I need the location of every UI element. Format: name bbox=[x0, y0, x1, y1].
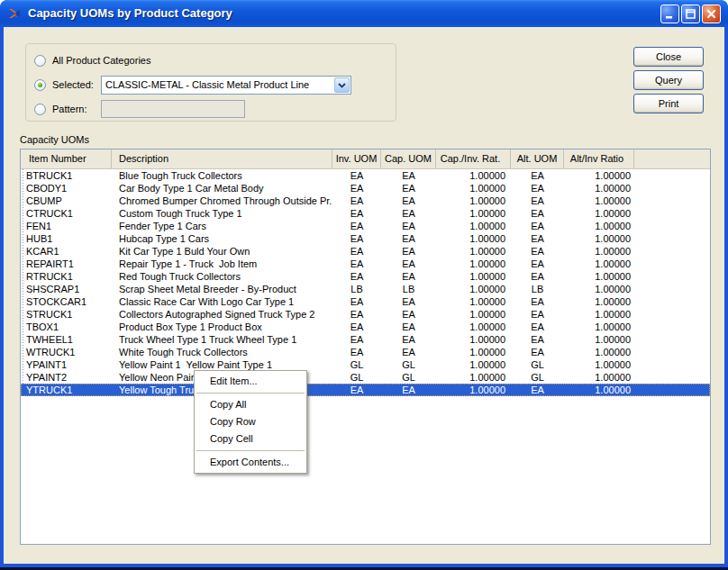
cell: Repair Type 1 - Truck Job Item bbox=[112, 258, 332, 270]
cell: 1.00000 bbox=[436, 308, 511, 321]
cell: EA bbox=[511, 295, 564, 308]
window-title: Capacity UOMs by Product Category bbox=[28, 6, 232, 20]
cell: 1.00000 bbox=[436, 207, 511, 220]
cell: 1.00000 bbox=[564, 169, 634, 182]
cell: 1.00000 bbox=[564, 346, 634, 358]
cell: 1.00000 bbox=[564, 283, 634, 295]
maximize-button[interactable] bbox=[681, 5, 700, 23]
table-row[interactable]: YPAINT1Yellow Paint 1 Yellow Paint Type … bbox=[21, 358, 710, 371]
cell: Kit Car Type 1 Buld Your Own bbox=[112, 245, 332, 258]
cell: EA bbox=[332, 270, 381, 283]
cell: 1.00000 bbox=[564, 195, 634, 207]
query-button[interactable]: Query bbox=[633, 70, 704, 90]
cell: RTRUCK1 bbox=[21, 270, 112, 283]
menu-item-copy-cell[interactable]: Copy Cell bbox=[195, 430, 306, 448]
radio-selected[interactable] bbox=[34, 79, 46, 91]
cell: EA bbox=[511, 333, 564, 346]
pattern-input[interactable] bbox=[101, 100, 245, 118]
cell: KCAR1 bbox=[21, 245, 112, 258]
table-row[interactable]: FEN1Fender Type 1 CarsEAEA1.00000EA1.000… bbox=[21, 220, 710, 232]
column-header-item-number[interactable]: Item Number bbox=[21, 149, 112, 168]
cell: EA bbox=[332, 232, 381, 245]
table-row[interactable]: YTRUCK1Yellow Tough Truck CollectorsEAEA… bbox=[21, 384, 710, 396]
cell: YPAINT2 bbox=[21, 371, 112, 384]
table-row[interactable]: REPAIRT1Repair Type 1 - Truck Job ItemEA… bbox=[21, 258, 710, 270]
table-row[interactable]: TBOX1Product Box Type 1 Product BoxEAEA1… bbox=[21, 321, 710, 333]
cell: EA bbox=[332, 245, 381, 258]
cell: EA bbox=[381, 258, 436, 270]
radio-pattern[interactable] bbox=[34, 104, 46, 115]
cell: YTRUCK1 bbox=[21, 384, 112, 396]
column-header-cap-inv-rat[interactable]: Cap./Inv. Rat. bbox=[436, 149, 511, 168]
dialog-window: Capacity UOMs by Product Category All Pr… bbox=[0, 0, 728, 570]
column-header-cap-uom[interactable]: Cap. UOM bbox=[381, 149, 436, 168]
cell: EA bbox=[511, 258, 564, 270]
table-row[interactable]: SHSCRAP1Scrap Sheet Metal Breeder - By-P… bbox=[21, 283, 710, 295]
cell: SHSCRAP1 bbox=[21, 283, 112, 295]
table-row[interactable]: CTRUCK1Custom Tough Truck Type 1EAEA1.00… bbox=[21, 207, 710, 220]
cell: GL bbox=[511, 358, 564, 371]
radio-pattern-label: Pattern: bbox=[52, 104, 87, 114]
cell: 1.00000 bbox=[436, 220, 511, 232]
cell: LB bbox=[381, 283, 436, 295]
table-row[interactable]: STOCKCAR1Classic Race Car With Logo Car … bbox=[21, 295, 710, 308]
table-row[interactable]: YPAINT2Yellow Neon PaintGLGL1.00000GL1.0… bbox=[21, 371, 710, 384]
cell: 1.00000 bbox=[436, 283, 511, 295]
column-header-alt-inv-ratio[interactable]: Alt/Inv Ratio bbox=[564, 149, 634, 168]
cell: EA bbox=[332, 207, 381, 220]
table-row[interactable]: HUB1Hubcap Type 1 CarsEAEA1.00000EA1.000… bbox=[21, 232, 710, 245]
cell: EA bbox=[332, 321, 381, 333]
cell: LB bbox=[332, 283, 381, 295]
cell: FEN1 bbox=[21, 220, 112, 232]
cell: 1.00000 bbox=[564, 308, 634, 321]
column-header-inv-uom[interactable]: Inv. UOM bbox=[332, 149, 381, 168]
table-row[interactable]: WTRUCK1White Tough Truck CollectorsEAEA1… bbox=[21, 346, 710, 358]
cell: EA bbox=[511, 308, 564, 321]
menu-item-edit-item[interactable]: Edit Item... bbox=[195, 373, 306, 390]
category-select[interactable]: CLASSIC-METAL - Classic Metal Product Li… bbox=[101, 76, 351, 95]
print-button[interactable]: Print bbox=[633, 94, 704, 113]
table-row[interactable]: BTRUCK1Blue Tough Truck CollectorsEAEA1.… bbox=[21, 169, 710, 182]
table-row[interactable]: TWHEEL1Truck Wheel Type 1 Truck Wheel Ty… bbox=[21, 333, 710, 346]
cell-filler bbox=[634, 308, 710, 321]
menu-item-copy-row[interactable]: Copy Row bbox=[195, 413, 306, 430]
table-row[interactable]: CBODY1Car Body Type 1 Car Metal BodyEAEA… bbox=[21, 182, 710, 195]
menu-separator bbox=[196, 450, 305, 451]
cell: EA bbox=[381, 321, 436, 333]
cell-filler bbox=[634, 195, 710, 207]
cell: EA bbox=[381, 232, 436, 245]
close-icon-button[interactable] bbox=[702, 5, 721, 23]
menu-item-export-contents[interactable]: Export Contents... bbox=[195, 454, 306, 471]
table-row[interactable]: CBUMPChromed Bumper Chromed Through Outs… bbox=[21, 195, 710, 207]
cell-filler bbox=[634, 220, 710, 232]
dropdown-button[interactable] bbox=[334, 77, 350, 93]
dialog-close-button[interactable]: Close bbox=[633, 47, 704, 67]
cell-filler bbox=[634, 346, 710, 358]
radio-all-label: All Product Categories bbox=[52, 55, 150, 66]
cell: CTRUCK1 bbox=[21, 207, 112, 220]
cell: GL bbox=[511, 371, 564, 384]
cell-filler bbox=[634, 232, 710, 245]
table-row[interactable]: KCAR1Kit Car Type 1 Buld Your OwnEAEA1.0… bbox=[21, 245, 710, 258]
cell: 1.00000 bbox=[564, 232, 634, 245]
column-header-alt-uom[interactable]: Alt. UOM bbox=[511, 149, 564, 168]
table-row[interactable]: STRUCK1Collectors Autographed Signed Tru… bbox=[21, 308, 710, 321]
cell: EA bbox=[332, 182, 381, 195]
minimize-button[interactable] bbox=[660, 5, 679, 23]
cell: EA bbox=[511, 270, 564, 283]
cell: EA bbox=[381, 169, 436, 182]
column-header-description[interactable]: Description bbox=[112, 149, 332, 168]
cell-filler bbox=[634, 270, 710, 283]
cell: CBUMP bbox=[21, 195, 112, 207]
table-row[interactable]: RTRUCK1Red Tough Truck CollectorsEAEA1.0… bbox=[21, 270, 710, 283]
cell: Truck Wheel Type 1 Truck Wheel Type 1 bbox=[112, 333, 332, 346]
cell: Yellow Paint 1 Yellow Paint Type 1 bbox=[112, 358, 332, 371]
cell: Blue Tough Truck Collectors bbox=[112, 169, 332, 182]
cell: HUB1 bbox=[21, 232, 112, 245]
menu-item-copy-all[interactable]: Copy All bbox=[195, 396, 306, 413]
cell: Product Box Type 1 Product Box bbox=[112, 321, 332, 333]
radio-all-product-categories[interactable] bbox=[34, 55, 46, 67]
grid-label: Capacity UOMs bbox=[20, 134, 89, 145]
cell: 1.00000 bbox=[564, 295, 634, 308]
cell: EA bbox=[332, 169, 381, 182]
